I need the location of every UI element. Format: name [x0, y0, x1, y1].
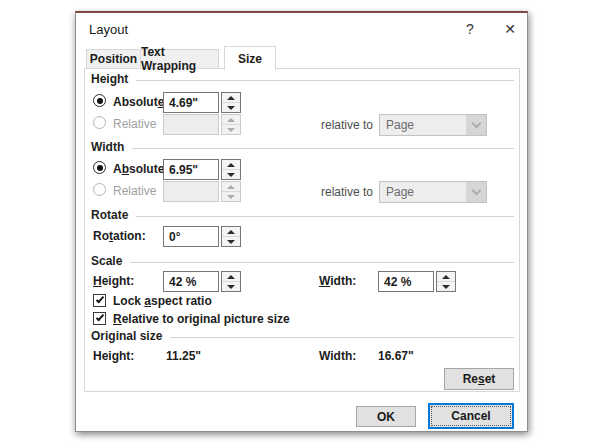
- height-relative-label: Relative: [113, 118, 156, 131]
- rotation-label: Rotation:: [93, 230, 146, 243]
- original-height-label: Height:: [93, 350, 134, 363]
- rotation-input[interactable]: [163, 226, 219, 247]
- width-relative-input: [163, 181, 219, 202]
- scale-height-label: Height:: [93, 275, 134, 288]
- scale-section-header: Scale: [91, 255, 514, 268]
- width-relative-label: Relative: [113, 185, 156, 198]
- tab-text-wrapping[interactable]: Text Wrapping: [140, 49, 219, 69]
- help-icon[interactable]: ?: [461, 20, 479, 38]
- chevron-down-icon: [466, 182, 486, 202]
- width-relative-radio: [93, 183, 106, 196]
- scale-width-spinner[interactable]: [436, 271, 456, 292]
- tab-size[interactable]: Size: [224, 46, 276, 70]
- cancel-button[interactable]: Cancel: [428, 403, 514, 429]
- rotation-spinner[interactable]: [221, 226, 241, 247]
- spin-down-icon[interactable]: [222, 281, 240, 291]
- tab-position-label: Position: [90, 52, 137, 66]
- radio-dot: [97, 98, 103, 104]
- divider: [170, 337, 514, 338]
- divider: [136, 80, 514, 81]
- height-absolute-label: Absolute: [113, 96, 164, 109]
- height-absolute-spinner[interactable]: [221, 92, 241, 113]
- relative-to-original-checkbox[interactable]: [93, 312, 106, 325]
- spin-down-icon: [222, 124, 240, 134]
- checkmark-icon: [96, 313, 104, 322]
- height-relative-input: [163, 114, 219, 135]
- dropdown-value: Page: [380, 182, 466, 202]
- spin-down-icon: [222, 191, 240, 201]
- checkmark-icon: [96, 295, 104, 304]
- spin-down-icon[interactable]: [222, 236, 240, 246]
- width-absolute-radio[interactable]: [93, 161, 106, 174]
- height-section-header: Height: [91, 73, 514, 86]
- tab-position[interactable]: Position: [86, 49, 141, 69]
- screen: Layout ? ✕ Position Text Wrapping Size H…: [0, 0, 600, 442]
- divider: [132, 148, 514, 149]
- original-height-value: 11.25": [166, 350, 201, 363]
- width-relative-to-label: relative to: [321, 186, 373, 199]
- lock-aspect-ratio-label: Lock aspect ratio: [113, 295, 212, 308]
- tab-text-wrapping-label: Text Wrapping: [141, 45, 218, 73]
- dialog-title: Layout: [89, 22, 128, 37]
- height-relative-spinner: [221, 114, 241, 135]
- scale-width-input[interactable]: [378, 271, 434, 292]
- reset-button[interactable]: Reset: [444, 368, 514, 390]
- relative-to-original-label: Relative to original picture size: [113, 313, 290, 326]
- close-icon[interactable]: ✕: [501, 20, 519, 38]
- scale-height-spinner[interactable]: [221, 271, 241, 292]
- layout-dialog: Layout ? ✕ Position Text Wrapping Size H…: [75, 11, 528, 432]
- width-section-header: Width: [91, 141, 514, 154]
- spin-down-icon[interactable]: [222, 169, 240, 179]
- width-absolute-label: Absolute: [113, 163, 164, 176]
- spin-up-icon[interactable]: [222, 272, 240, 281]
- spin-down-icon[interactable]: [222, 102, 240, 112]
- original-size-section-header: Original size: [91, 330, 514, 343]
- spin-down-icon[interactable]: [437, 281, 455, 291]
- divider: [130, 262, 514, 263]
- spin-up-icon: [222, 182, 240, 191]
- ok-button[interactable]: OK: [356, 406, 416, 427]
- spin-up-icon[interactable]: [222, 93, 240, 102]
- scale-width-label: Width:: [319, 275, 356, 288]
- radio-dot: [97, 165, 103, 171]
- width-relative-spinner: [221, 181, 241, 202]
- scale-height-input[interactable]: [163, 271, 219, 292]
- spin-up-icon[interactable]: [222, 160, 240, 169]
- height-absolute-radio[interactable]: [93, 94, 106, 107]
- height-relative-radio: [93, 116, 106, 129]
- width-relative-to-dropdown: Page: [379, 181, 487, 203]
- width-absolute-input[interactable]: [163, 159, 219, 180]
- height-relative-to-dropdown: Page: [379, 114, 487, 136]
- spin-up-icon[interactable]: [222, 227, 240, 236]
- rotate-section-header: Rotate: [91, 209, 514, 222]
- original-width-label: Width:: [319, 350, 356, 363]
- height-absolute-input[interactable]: [163, 92, 219, 113]
- tab-size-label: Size: [238, 52, 262, 66]
- lock-aspect-ratio-checkbox[interactable]: [93, 294, 106, 307]
- dropdown-value: Page: [380, 115, 466, 135]
- divider: [136, 216, 514, 217]
- spin-up-icon: [222, 115, 240, 124]
- chevron-down-icon: [466, 115, 486, 135]
- original-width-value: 16.67": [378, 350, 414, 363]
- height-relative-to-label: relative to: [321, 119, 373, 132]
- spin-up-icon[interactable]: [437, 272, 455, 281]
- width-absolute-spinner[interactable]: [221, 159, 241, 180]
